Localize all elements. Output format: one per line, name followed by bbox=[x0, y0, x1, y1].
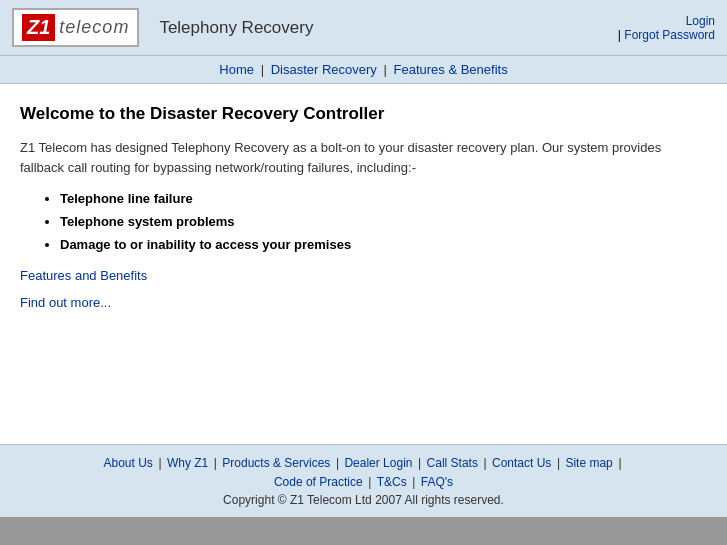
nav-bar: Home | Disaster Recovery | Features & Be… bbox=[0, 56, 727, 84]
page-wrapper: Z1 telecom Telephony Recovery Login | Fo… bbox=[0, 0, 727, 517]
main-content: Welcome to the Disaster Recovery Control… bbox=[0, 84, 727, 444]
footer-about-us[interactable]: About Us bbox=[103, 456, 152, 470]
footer-links-row2: Code of Practice | T&Cs | FAQ's bbox=[10, 474, 717, 489]
features-benefits-link[interactable]: Features and Benefits bbox=[20, 268, 697, 283]
header-title: Telephony Recovery bbox=[159, 18, 313, 38]
nav-home[interactable]: Home bbox=[219, 62, 254, 77]
logo-box: Z1 telecom bbox=[12, 8, 139, 47]
footer-site-map[interactable]: Site map bbox=[565, 456, 612, 470]
login-link[interactable]: Login bbox=[686, 14, 715, 28]
main-intro: Z1 Telecom has designed Telephony Recove… bbox=[20, 138, 697, 177]
copyright-text: Copyright © Z1 Telecom Ltd 2007 All righ… bbox=[10, 493, 717, 507]
footer-faqs[interactable]: FAQ's bbox=[421, 475, 453, 489]
bullet-item-3: Damage to or inability to access your pr… bbox=[60, 237, 697, 252]
logo-z1: Z1 bbox=[22, 14, 55, 41]
nav-features-benefits[interactable]: Features & Benefits bbox=[393, 62, 507, 77]
nav-disaster-recovery[interactable]: Disaster Recovery bbox=[271, 62, 377, 77]
header: Z1 telecom Telephony Recovery Login | Fo… bbox=[0, 0, 727, 56]
logo-area: Z1 telecom Telephony Recovery bbox=[12, 8, 313, 47]
bullet-list: Telephone line failure Telephone system … bbox=[60, 191, 697, 252]
forgot-password-link[interactable]: Forgot Password bbox=[624, 28, 715, 42]
nav-sep-2: | bbox=[383, 62, 390, 77]
nav-sep-1: | bbox=[261, 62, 268, 77]
header-links: Login | Forgot Password bbox=[618, 14, 715, 42]
bullet-item-1: Telephone line failure bbox=[60, 191, 697, 206]
find-out-more-link[interactable]: Find out more... bbox=[20, 295, 697, 310]
footer-dealer-login[interactable]: Dealer Login bbox=[344, 456, 412, 470]
main-heading: Welcome to the Disaster Recovery Control… bbox=[20, 104, 697, 124]
footer: About Us | Why Z1 | Products & Services … bbox=[0, 444, 727, 517]
bullet-item-2: Telephone system problems bbox=[60, 214, 697, 229]
footer-links: About Us | Why Z1 | Products & Services … bbox=[10, 455, 717, 470]
footer-tcs[interactable]: T&Cs bbox=[377, 475, 407, 489]
footer-call-stats[interactable]: Call Stats bbox=[427, 456, 478, 470]
footer-products-services[interactable]: Products & Services bbox=[222, 456, 330, 470]
footer-contact-us[interactable]: Contact Us bbox=[492, 456, 551, 470]
footer-code-of-practice[interactable]: Code of Practice bbox=[274, 475, 363, 489]
footer-why-z1[interactable]: Why Z1 bbox=[167, 456, 208, 470]
logo-telecom: telecom bbox=[59, 17, 129, 38]
